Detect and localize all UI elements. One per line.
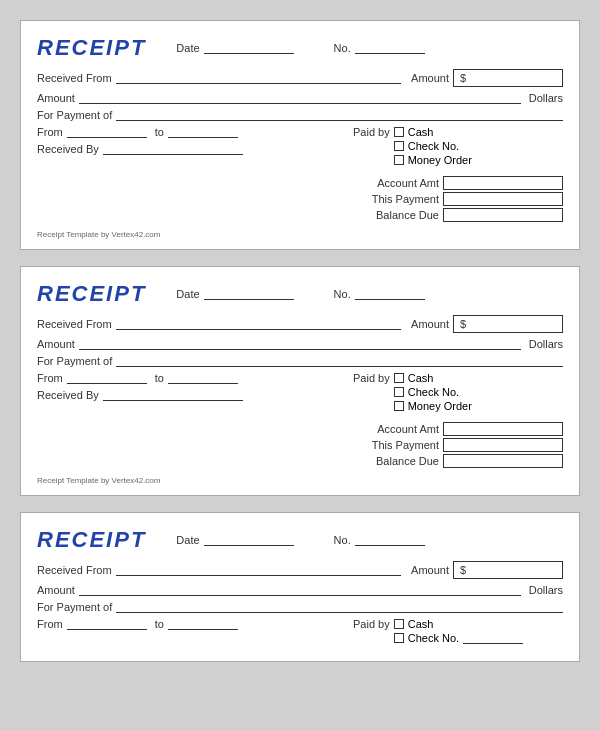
- receipt-1-two-col: From to Received By Paid by Cash: [37, 126, 563, 224]
- receipt-2-dollar-sign: $: [460, 318, 466, 330]
- receipt-1-account-amt-label: Account Amt: [353, 177, 443, 189]
- receipt-2-this-payment-row: This Payment: [353, 438, 563, 452]
- receipt-1-dollar-sign: $: [460, 72, 466, 84]
- receipt-2-balance-due-value[interactable]: [443, 454, 563, 468]
- receipt-1-left-col: From to Received By: [37, 126, 353, 224]
- receipt-1-checkbox-group: Cash Check No. Money Order: [394, 126, 472, 168]
- receipt-3-no-line: [355, 534, 425, 546]
- receipt-3-title: RECEIPT: [37, 527, 146, 553]
- receipt-1-no-label: No.: [334, 42, 351, 54]
- receipt-2-cash-label: Cash: [408, 372, 434, 384]
- receipt-1-amount-box: Amount $: [411, 69, 563, 87]
- receipt-1-account-amt-value[interactable]: [443, 176, 563, 190]
- receipt-2-money-item[interactable]: Money Order: [394, 400, 472, 412]
- receipt-1-payment-row: For Payment of: [37, 109, 563, 121]
- receipt-3-paid-by-row: Paid by Cash Check No.: [353, 618, 563, 646]
- receipt-3-received-from-line[interactable]: [116, 564, 402, 576]
- receipt-1-received-from-label: Received From: [37, 72, 112, 84]
- receipt-2-payment-line[interactable]: [116, 355, 563, 367]
- receipt-1-received-by-label: Received By: [37, 143, 99, 155]
- receipt-3-to-label: to: [155, 618, 164, 630]
- receipt-3-from-line[interactable]: [67, 618, 147, 630]
- receipt-2-received-by-line[interactable]: [103, 389, 243, 401]
- receipt-1-dollars-label: Dollars: [529, 92, 563, 104]
- receipt-1: RECEIPT Date No. Received From Amount $ …: [20, 20, 580, 250]
- receipt-3-dollars-label: Dollars: [529, 584, 563, 596]
- receipt-1-title: RECEIPT: [37, 35, 146, 61]
- receipt-3-check-item[interactable]: Check No.: [394, 632, 523, 644]
- receipt-2-received-from-label: Received From: [37, 318, 112, 330]
- receipt-2-money-checkbox[interactable]: [394, 401, 404, 411]
- receipt-2-account-table: Account Amt This Payment Balance Due: [353, 422, 563, 470]
- receipt-3-paid-by-label: Paid by: [353, 618, 390, 630]
- receipt-2-dollar-box[interactable]: $: [453, 315, 563, 333]
- receipt-3-payment-line[interactable]: [116, 601, 563, 613]
- receipt-1-amount-line[interactable]: [79, 92, 521, 104]
- receipt-2-check-label: Check No.: [408, 386, 459, 398]
- receipt-3-payment-row: For Payment of: [37, 601, 563, 613]
- receipt-1-amount-row: Amount Dollars: [37, 92, 563, 104]
- receipt-1-check-checkbox[interactable]: [394, 141, 404, 151]
- receipt-3-amount-label: Amount: [411, 564, 449, 576]
- receipt-2-account-amt-value[interactable]: [443, 422, 563, 436]
- receipt-1-balance-due-row: Balance Due: [353, 208, 563, 222]
- receipt-2-money-label: Money Order: [408, 400, 472, 412]
- receipt-3-no-label: No.: [334, 534, 351, 546]
- receipt-1-dollar-box[interactable]: $: [453, 69, 563, 87]
- receipt-2-amount-row: Amount Dollars: [37, 338, 563, 350]
- receipt-1-amount-line-label: Amount: [37, 92, 75, 104]
- receipt-3-amount-line[interactable]: [79, 584, 521, 596]
- receipt-3-cash-checkbox[interactable]: [394, 619, 404, 629]
- receipt-1-check-item[interactable]: Check No.: [394, 140, 472, 152]
- receipt-1-from-line[interactable]: [67, 126, 147, 138]
- receipt-3-payment-label: For Payment of: [37, 601, 112, 613]
- receipt-2-dollars-label: Dollars: [529, 338, 563, 350]
- receipt-2-cash-checkbox[interactable]: [394, 373, 404, 383]
- receipt-3-dollar-sign: $: [460, 564, 466, 576]
- receipt-1-this-payment-value[interactable]: [443, 192, 563, 206]
- receipt-1-payment-label: For Payment of: [37, 109, 112, 121]
- receipt-2-received-from-line[interactable]: [116, 318, 402, 330]
- receipt-3-check-checkbox[interactable]: [394, 633, 404, 643]
- receipt-2-date-label: Date: [176, 288, 199, 300]
- receipt-2-from-line[interactable]: [67, 372, 147, 384]
- receipt-2-payment-label: For Payment of: [37, 355, 112, 367]
- receipt-2-account-amt-label: Account Amt: [353, 423, 443, 435]
- receipt-1-cash-label: Cash: [408, 126, 434, 138]
- receipt-1-date-label: Date: [176, 42, 199, 54]
- receipt-1-to-label: to: [155, 126, 164, 138]
- receipt-2-right-col: Paid by Cash Check No. Money Order: [353, 372, 563, 470]
- receipt-3-cash-item[interactable]: Cash: [394, 618, 523, 630]
- receipt-2-from-label: From: [37, 372, 63, 384]
- receipt-1-payment-line[interactable]: [116, 109, 563, 121]
- receipt-2-check-checkbox[interactable]: [394, 387, 404, 397]
- receipt-2-cash-item[interactable]: Cash: [394, 372, 472, 384]
- receipt-2-left-col: From to Received By: [37, 372, 353, 470]
- receipt-2-amount-line[interactable]: [79, 338, 521, 350]
- receipt-2-paid-by-row: Paid by Cash Check No. Money Order: [353, 372, 563, 414]
- receipt-3-dollar-box[interactable]: $: [453, 561, 563, 579]
- receipt-2-to-line[interactable]: [168, 372, 238, 384]
- receipt-1-received-from-line[interactable]: [116, 72, 402, 84]
- receipt-1-to-line[interactable]: [168, 126, 238, 138]
- receipt-2-check-item[interactable]: Check No.: [394, 386, 472, 398]
- receipt-3-check-line[interactable]: [463, 632, 523, 644]
- receipt-1-money-label: Money Order: [408, 154, 472, 166]
- receipt-1-from-to-row: From to: [37, 126, 353, 138]
- receipt-1-money-item[interactable]: Money Order: [394, 154, 472, 166]
- receipt-3-date-line: [204, 534, 294, 546]
- receipt-1-cash-item[interactable]: Cash: [394, 126, 472, 138]
- receipt-1-balance-due-label: Balance Due: [353, 209, 443, 221]
- receipt-3-to-line[interactable]: [168, 618, 238, 630]
- receipt-1-cash-checkbox[interactable]: [394, 127, 404, 137]
- receipt-3-cash-label: Cash: [408, 618, 434, 630]
- receipt-1-check-label: Check No.: [408, 140, 459, 152]
- receipt-2-this-payment-value[interactable]: [443, 438, 563, 452]
- receipt-1-no-line: [355, 42, 425, 54]
- receipt-3-check-label: Check No.: [408, 632, 459, 644]
- receipt-1-received-by-line[interactable]: [103, 143, 243, 155]
- receipt-1-money-checkbox[interactable]: [394, 155, 404, 165]
- receipt-2-date-line: [204, 288, 294, 300]
- receipt-3-header: RECEIPT Date No.: [37, 527, 563, 553]
- receipt-1-balance-due-value[interactable]: [443, 208, 563, 222]
